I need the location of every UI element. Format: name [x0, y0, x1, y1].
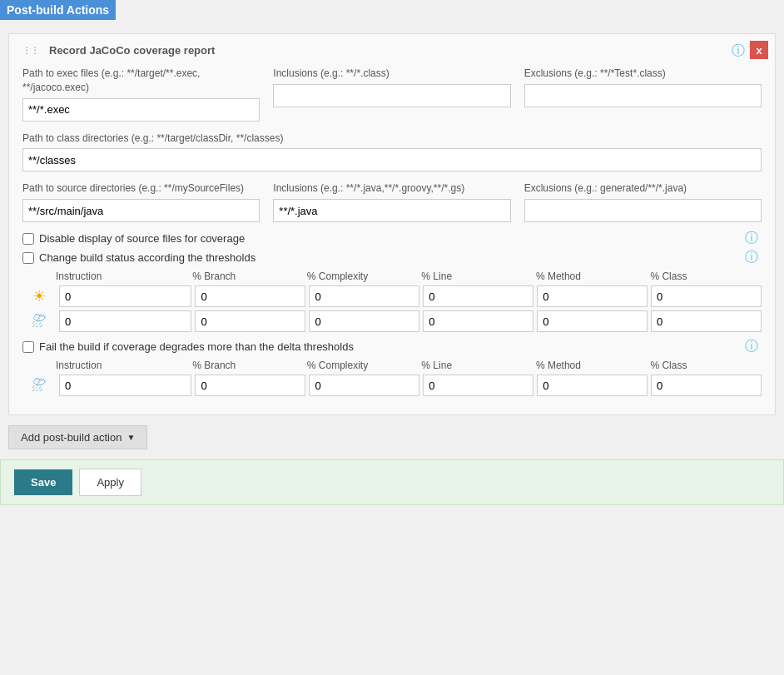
source-dirs-label: Path to source directories (e.g.: **/myS… — [22, 181, 260, 196]
main-container: Post-build Actions x ⓘ ⋮⋮ Record JaCoCo … — [0, 0, 784, 675]
cloud1-line-input[interactable] — [423, 310, 533, 332]
cloud-row-icon-2: ⛈ — [22, 377, 56, 395]
exec-files-row: Path to exec files (e.g.: **/target/**.e… — [22, 67, 762, 122]
fail-build-row: Fail the build if coverage degrades more… — [22, 340, 762, 353]
section-title: ⋮⋮ Record JaCoCo coverage report — [22, 44, 762, 57]
jacoco-section: x ⓘ ⋮⋮ Record JaCoCo coverage report Pat… — [8, 33, 776, 415]
disable-source-help-icon[interactable]: ⓘ — [745, 230, 758, 247]
cloud1-complexity-input[interactable] — [309, 310, 419, 332]
class-dirs-input[interactable] — [22, 148, 762, 171]
delta-complexity-header: % Complexity — [307, 360, 419, 371]
delta-thresholds-header: Instruction % Branch % Complexity % Line… — [22, 360, 762, 371]
sun-icon: ☀ — [32, 287, 46, 305]
threshold-row-sun: ☀ — [22, 285, 762, 307]
drag-handle: ⋮⋮ — [22, 46, 39, 55]
source-exclusions-input[interactable] — [524, 199, 762, 222]
exclusions-input[interactable] — [524, 84, 762, 107]
dropdown-arrow-icon: ▼ — [127, 433, 135, 442]
section-help-icon[interactable]: ⓘ — [732, 42, 745, 60]
cloud2-method-input[interactable] — [537, 375, 648, 396]
sun-line-input[interactable] — [423, 285, 533, 307]
change-build-status-help-icon[interactable]: ⓘ — [745, 249, 758, 266]
cloud2-instruction-input[interactable] — [59, 375, 191, 396]
change-build-status-checkbox[interactable] — [22, 252, 34, 264]
exec-files-label: Path to exec files (e.g.: **/target/**.e… — [22, 67, 260, 95]
sun-complexity-input[interactable] — [309, 285, 419, 307]
class-header: % Class — [650, 270, 762, 282]
page-title: Post-build Actions — [0, 0, 116, 20]
close-button[interactable]: x — [750, 41, 768, 59]
sun-row-icon: ☀ — [22, 287, 56, 305]
cloud1-method-input[interactable] — [537, 310, 648, 332]
inclusions-input[interactable] — [273, 84, 510, 107]
cloud1-instruction-input[interactable] — [59, 310, 191, 332]
class-dirs-label: Path to class directories (e.g.: **/targ… — [22, 132, 762, 146]
delta-instruction-header: Instruction — [56, 360, 189, 371]
source-dirs-row: Path to source directories (e.g.: **/myS… — [22, 181, 762, 222]
threshold-row-cloud-2: ⛈ — [22, 375, 762, 396]
cloud2-complexity-input[interactable] — [309, 375, 419, 396]
cloud1-branch-input[interactable] — [195, 310, 305, 332]
thresholds-table-1: Instruction % Branch % Complexity % Line… — [22, 270, 762, 332]
delta-class-header: % Class — [650, 360, 762, 371]
apply-button[interactable]: Apply — [79, 469, 141, 496]
inclusions-label: Inclusions (e.g.: **/*.class) — [273, 67, 510, 81]
thresholds-header: Instruction % Branch % Complexity % Line… — [22, 270, 762, 282]
delta-branch-header: % Branch — [192, 360, 304, 371]
change-build-status-label: Change build status according the thresh… — [39, 251, 256, 264]
cloud2-branch-input[interactable] — [195, 375, 305, 396]
cloud2-class-input[interactable] — [651, 375, 762, 396]
source-inclusions-input[interactable] — [273, 199, 510, 222]
sun-instruction-input[interactable] — [59, 285, 191, 307]
disable-source-row: Disable display of source files for cove… — [22, 232, 762, 245]
exec-files-input[interactable] — [22, 98, 260, 122]
thresholds-table-2: Instruction % Branch % Complexity % Line… — [22, 360, 762, 396]
instruction-header: Instruction — [56, 270, 189, 282]
source-exclusions-label: Exclusions (e.g.: generated/**/*.java) — [524, 181, 762, 196]
cloud-icon-2: ⛈ — [32, 377, 47, 395]
footer-bar: Save Apply — [0, 459, 784, 505]
delta-line-header: % Line — [421, 360, 533, 371]
threshold-row-cloud-1: ⛈ — [22, 310, 762, 332]
line-header: % Line — [421, 270, 533, 282]
inclusions-group: Inclusions (e.g.: **/*.class) — [273, 67, 510, 122]
source-inclusions-label: Inclusions (e.g.: **/*.java,**/*.groovy,… — [273, 181, 510, 196]
source-inclusions-group: Inclusions (e.g.: **/*.java,**/*.groovy,… — [273, 181, 510, 222]
exec-files-group: Path to exec files (e.g.: **/target/**.e… — [22, 67, 260, 122]
delta-method-header: % Method — [536, 360, 648, 371]
add-post-build-action-button[interactable]: Add post-build action ▼ — [8, 425, 147, 449]
complexity-header: % Complexity — [307, 270, 419, 282]
cloud1-class-input[interactable] — [651, 310, 762, 332]
fail-build-label: Fail the build if coverage degrades more… — [39, 340, 354, 353]
change-build-status-row: Change build status according the thresh… — [22, 251, 762, 264]
cloud2-line-input[interactable] — [423, 375, 533, 396]
class-dirs-row: Path to class directories (e.g.: **/targ… — [22, 132, 762, 172]
disable-source-checkbox[interactable] — [22, 233, 34, 245]
fail-build-checkbox[interactable] — [22, 341, 34, 353]
sun-method-input[interactable] — [537, 285, 648, 307]
method-header: % Method — [536, 270, 648, 282]
sun-class-input[interactable] — [651, 285, 762, 307]
disable-source-label: Disable display of source files for cove… — [39, 232, 245, 245]
save-button[interactable]: Save — [14, 469, 72, 495]
source-dirs-input[interactable] — [22, 199, 260, 222]
class-dirs-group: Path to class directories (e.g.: **/targ… — [22, 132, 762, 172]
sun-branch-input[interactable] — [195, 285, 305, 307]
fail-build-help-icon[interactable]: ⓘ — [745, 338, 758, 355]
source-dirs-group: Path to source directories (e.g.: **/myS… — [22, 181, 260, 222]
source-exclusions-group: Exclusions (e.g.: generated/**/*.java) — [524, 181, 762, 222]
branch-header: % Branch — [192, 270, 304, 282]
exclusions-label: Exclusions (e.g.: **/*Test*.class) — [524, 67, 762, 81]
cloud-icon-1: ⛈ — [32, 313, 47, 330]
cloud-row-icon-1: ⛈ — [22, 313, 56, 330]
exclusions-group: Exclusions (e.g.: **/*Test*.class) — [524, 67, 762, 122]
